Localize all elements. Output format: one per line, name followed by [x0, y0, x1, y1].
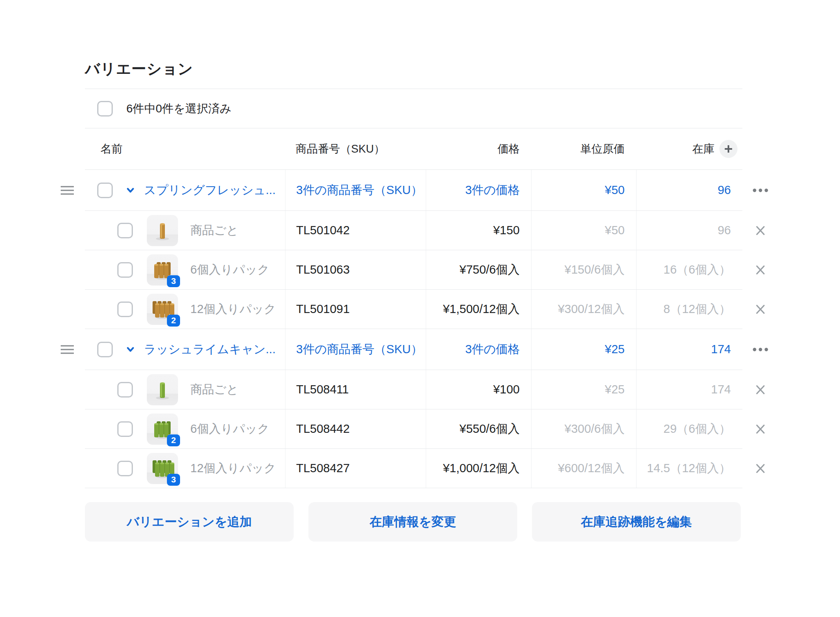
- product-thumbnail-image: [147, 215, 178, 246]
- variant-sku-cell: TL501091: [285, 290, 426, 329]
- column-header-name: 名前: [85, 128, 285, 169]
- variant-checkbox[interactable]: [117, 223, 133, 238]
- variant-thumbnail[interactable]: [147, 374, 178, 405]
- variant-price-cell: ¥1,500/12個入: [426, 290, 531, 329]
- variant-unit-cost-value: ¥150/6個入: [564, 262, 625, 278]
- group-name-link[interactable]: スプリングフレッシュ...: [144, 182, 276, 199]
- variant-name-cell: 商品ごと: [85, 370, 285, 409]
- drag-handle-icon[interactable]: [60, 344, 74, 355]
- group-checkbox[interactable]: [97, 183, 113, 198]
- variant-inventory-value: 14.5（12個入）: [647, 460, 731, 477]
- variant-inventory-value: 8（12個入）: [664, 301, 731, 318]
- variant-name-cell: 3 12個入りパック: [85, 449, 285, 488]
- select-all-checkbox[interactable]: [97, 101, 113, 117]
- variant-sku-cell: TL508442: [285, 409, 426, 448]
- variant-inventory-value: 29（6個入）: [664, 421, 731, 437]
- variant-checkbox[interactable]: [117, 461, 133, 476]
- variant-inventory-value: 16（6個入）: [664, 262, 731, 278]
- selection-count-label: 6件中0件を選択済み: [126, 101, 231, 117]
- variant-row: 商品ごと TL508411 ¥100 ¥25 174: [85, 370, 742, 409]
- variant-inventory-cell: 96: [636, 211, 742, 250]
- column-header-price: 価格: [426, 128, 531, 169]
- selection-bar: 6件中0件を選択済み: [85, 89, 742, 128]
- add-variation-button[interactable]: バリエーションを追加: [85, 502, 294, 542]
- group-price-summary-link[interactable]: 3件の価格: [465, 341, 520, 358]
- drag-handle-icon[interactable]: [60, 185, 74, 196]
- change-inventory-button[interactable]: 在庫情報を変更: [308, 502, 517, 542]
- group-price-summary-link[interactable]: 3件の価格: [465, 182, 520, 199]
- group-menu-button[interactable]: [752, 341, 769, 358]
- variant-inventory-cell: 174: [636, 370, 742, 409]
- variant-checkbox[interactable]: [117, 421, 133, 437]
- group-sku-summary-cell: 3件の商品番号（SKU）: [285, 170, 426, 210]
- variant-thumbnail[interactable]: [147, 215, 178, 246]
- remove-variant-button[interactable]: [752, 421, 769, 437]
- group-inventory-cell: 96: [636, 170, 742, 210]
- variant-price-value: ¥1,000/12個入: [443, 460, 520, 477]
- x-icon: [754, 224, 767, 237]
- group-inventory-link[interactable]: 174: [711, 343, 731, 356]
- variant-inventory-value: 96: [718, 224, 731, 237]
- variant-thumbnail[interactable]: 2: [147, 414, 178, 445]
- variant-price-cell: ¥750/6個入: [426, 250, 531, 289]
- variant-label: 6個入りパック: [190, 262, 269, 278]
- variant-label: 12個入りパック: [190, 460, 276, 477]
- group-unit-cost-link[interactable]: ¥50: [605, 183, 625, 197]
- edit-inventory-tracking-button[interactable]: 在庫追跡機能を編集: [532, 502, 741, 542]
- variant-sku-cell: TL508427: [285, 449, 426, 488]
- group-row: スプリングフレッシュ... 3件の商品番号（SKU） 3件の価格 ¥50 96: [85, 170, 742, 211]
- plus-icon: [724, 144, 733, 153]
- remove-variant-button[interactable]: [752, 262, 769, 278]
- variant-price-cell: ¥550/6個入: [426, 409, 531, 448]
- footer-actions: バリエーションを追加 在庫情報を変更 在庫追跡機能を編集: [85, 502, 741, 542]
- group-inventory-link[interactable]: 96: [718, 183, 731, 197]
- add-column-button[interactable]: [719, 140, 737, 158]
- quantity-badge: 2: [167, 315, 180, 327]
- variant-inventory-cell: 14.5（12個入）: [636, 449, 742, 488]
- variant-unit-cost-cell: ¥300/12個入: [531, 290, 636, 329]
- column-header-sku: 商品番号（SKU）: [285, 128, 426, 169]
- chevron-down-icon[interactable]: [125, 344, 136, 355]
- group-checkbox[interactable]: [97, 342, 113, 357]
- variant-unit-cost-value: ¥300/6個入: [564, 421, 625, 437]
- variant-checkbox[interactable]: [117, 302, 133, 317]
- variant-thumbnail[interactable]: 2: [147, 294, 178, 325]
- variant-checkbox[interactable]: [117, 382, 133, 398]
- remove-variant-button[interactable]: [752, 460, 769, 477]
- group-name-link[interactable]: ラッシュライムキャン...: [144, 341, 276, 358]
- group-row: ラッシュライムキャン... 3件の商品番号（SKU） 3件の価格 ¥25 174: [85, 329, 742, 370]
- variant-sku-cell: TL508411: [285, 370, 426, 409]
- variant-inventory-value: 174: [711, 383, 731, 396]
- variant-label: 商品ごと: [190, 382, 238, 398]
- variant-row: 3 6個入りパック TL501063 ¥750/6個入 ¥150/6個入 16（…: [85, 250, 742, 290]
- variant-inventory-cell: 8（12個入）: [636, 290, 742, 329]
- variant-sku-cell: TL501042: [285, 211, 426, 250]
- quantity-badge: 2: [167, 434, 180, 446]
- group-sku-summary-link[interactable]: 3件の商品番号（SKU）: [296, 341, 422, 358]
- group-menu-button[interactable]: [752, 182, 769, 199]
- variant-checkbox[interactable]: [117, 262, 133, 278]
- remove-variant-button[interactable]: [752, 382, 769, 398]
- variant-label: 12個入りパック: [190, 301, 276, 318]
- variant-unit-cost-value: ¥300/12個入: [558, 301, 625, 318]
- variant-row: 商品ごと TL501042 ¥150 ¥50 96: [85, 211, 742, 250]
- kebab-icon: [752, 347, 769, 352]
- variant-sku-value: TL508411: [296, 383, 349, 396]
- variant-unit-cost-cell: ¥25: [531, 370, 636, 409]
- group-unit-cost-link[interactable]: ¥25: [605, 343, 625, 356]
- group-inventory-cell: 174: [636, 329, 742, 370]
- variant-thumbnail[interactable]: 3: [147, 254, 178, 286]
- product-thumbnail-image: [147, 374, 178, 405]
- quantity-badge: 3: [167, 474, 180, 486]
- group-sku-summary-link[interactable]: 3件の商品番号（SKU）: [296, 182, 422, 199]
- variant-inventory-cell: 29（6個入）: [636, 409, 742, 448]
- remove-variant-button[interactable]: [752, 222, 769, 239]
- chevron-down-icon[interactable]: [125, 185, 136, 196]
- page-title: バリエーション: [85, 59, 193, 79]
- x-icon: [754, 384, 767, 396]
- variant-price-cell: ¥1,000/12個入: [426, 449, 531, 488]
- variant-price-value: ¥150: [493, 224, 520, 237]
- variant-thumbnail[interactable]: 3: [147, 453, 178, 484]
- variant-price-value: ¥1,500/12個入: [443, 301, 520, 318]
- remove-variant-button[interactable]: [752, 301, 769, 318]
